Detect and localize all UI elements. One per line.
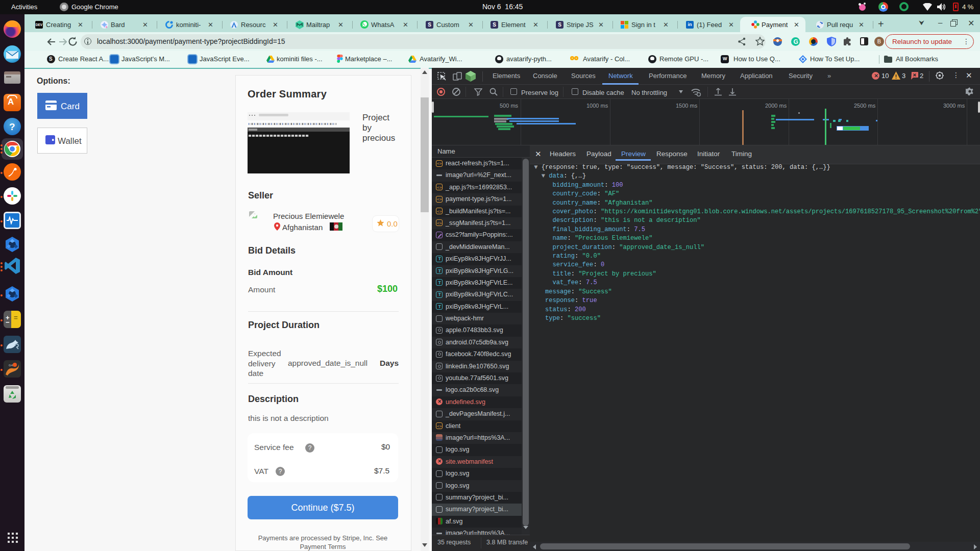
svg-text:G4: G4 xyxy=(9,364,13,367)
